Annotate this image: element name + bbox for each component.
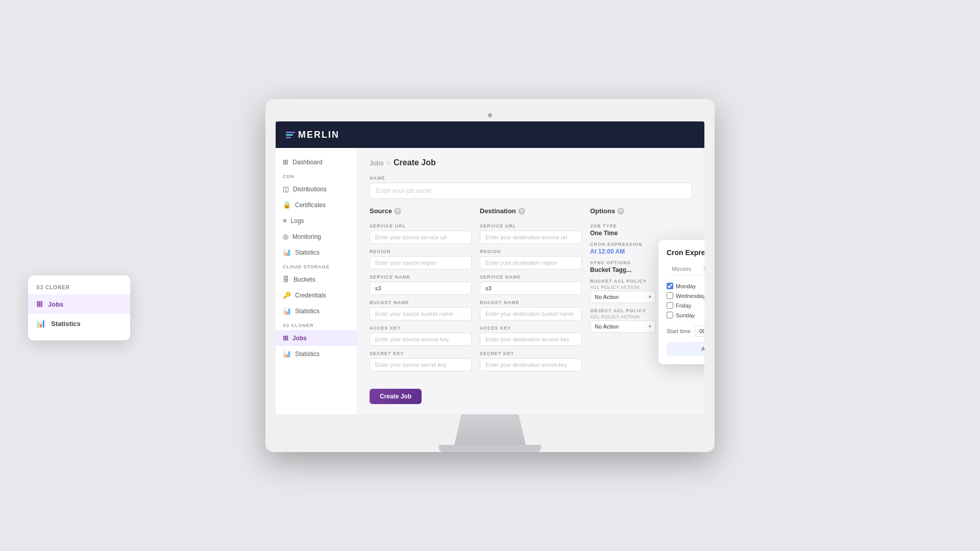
source-help-icon[interactable]: ?: [394, 208, 401, 215]
checkbox-sunday[interactable]: [667, 312, 673, 318]
source-service-name-input[interactable]: [370, 282, 472, 295]
checkbox-monday[interactable]: [667, 283, 673, 289]
sidebar-section-s3cloner: S3 CLONER: [276, 319, 357, 330]
day-friday[interactable]: Friday: [667, 302, 704, 309]
dest-service-name-group: SERVICE NAME: [480, 274, 582, 295]
options-title: Options: [590, 207, 615, 215]
sidebar-item-logs[interactable]: ≡ Logs: [276, 213, 357, 229]
cron-modal-header: Cron Expression ×: [667, 248, 704, 257]
sidebar-item-statistics-s3[interactable]: 📊 Statistics: [276, 346, 357, 362]
sidebar-item-statistics-cdn[interactable]: 📊 Statistics: [276, 244, 357, 260]
source-header: Source ?: [370, 207, 472, 218]
submenu-item-statistics[interactable]: 📊 Statistics: [28, 314, 130, 333]
three-col-layout: Source ? SERVICE URL REGION SERVICE: [370, 207, 692, 377]
breadcrumb-parent[interactable]: Jobs: [370, 159, 383, 167]
submenu-jobs-icon: ⊞: [36, 299, 43, 309]
logo-text: MERLIN: [298, 130, 339, 140]
source-access-key-label: ACCES KEY: [370, 325, 472, 331]
bucket-acl-select[interactable]: No Action Set ACL: [590, 291, 655, 303]
source-service-name-label: SERVICE NAME: [370, 274, 472, 280]
object-acl-select[interactable]: No Action Set ACL: [590, 320, 655, 333]
sidebar-item-label: Credentials: [295, 292, 326, 299]
tab-minutes[interactable]: Minutes: [667, 263, 697, 276]
day-monday[interactable]: Monday: [667, 283, 704, 289]
tab-hourly[interactable]: Hourly: [699, 263, 704, 276]
source-region-label: REGION: [370, 249, 472, 254]
checkbox-friday[interactable]: [667, 302, 673, 309]
dest-secret-key-group: SECRET KEY: [480, 351, 582, 371]
source-region-group: REGION: [370, 249, 472, 269]
sidebar-item-credentials[interactable]: 🔑 Credentials: [276, 287, 357, 303]
distributions-icon: ◫: [283, 185, 289, 193]
credentials-icon: 🔑: [283, 291, 291, 299]
s3-cloner-submenu: S3 CLONER ⊞ Jobs 📊 Statistics: [28, 276, 130, 340]
submenu-statistics-icon: 📊: [36, 319, 46, 328]
sidebar-item-certificates[interactable]: 🔒 Certificates: [276, 197, 357, 213]
job-type-value: One Time: [590, 230, 692, 237]
source-secret-key-label: SECRET KEY: [370, 351, 472, 356]
dest-bucket-name-label: BUCKET NAME: [480, 300, 582, 305]
monitor-stand: [454, 414, 526, 445]
object-acl-action-label: ACL POLICY ACTION: [590, 314, 669, 319]
sidebar-item-jobs[interactable]: ⊞ Jobs: [276, 330, 357, 346]
submenu-statistics-label: Statistics: [51, 320, 81, 328]
breadcrumb: Jobs > Create Job: [370, 158, 692, 167]
dest-service-url-label: SERVICE URL: [480, 223, 582, 229]
sidebar-item-label: Logs: [291, 217, 304, 224]
job-type-label: JOB TYPE: [590, 223, 692, 229]
job-type-group: JOB TYPE One Time: [590, 223, 692, 237]
dest-service-name-input[interactable]: [480, 282, 582, 295]
source-region-input[interactable]: [370, 256, 472, 269]
source-access-key-group: ACCES KEY: [370, 325, 472, 346]
dest-service-url-group: SERVICE URL: [480, 223, 582, 244]
sidebar-item-label: Dashboard: [292, 159, 323, 166]
logo-icon: [286, 132, 295, 138]
dest-service-name-label: SERVICE NAME: [480, 274, 582, 280]
source-secret-key-input[interactable]: [370, 358, 472, 371]
source-bucket-name-input[interactable]: [370, 307, 472, 320]
sidebar-item-buckets[interactable]: 🗄 Buckets: [276, 271, 357, 287]
dest-service-url-input[interactable]: [480, 231, 582, 244]
source-bucket-name-group: BUCKET NAME: [370, 300, 472, 320]
cron-summary: At 12:00 AM, only on Monday and Saturday: [667, 342, 704, 356]
breadcrumb-separator: >: [386, 159, 390, 167]
submenu-section-label: S3 CLONER: [28, 283, 130, 294]
dest-region-input[interactable]: [480, 256, 582, 269]
name-input[interactable]: [370, 183, 692, 199]
day-wednesday[interactable]: Wednesday: [667, 292, 704, 299]
sidebar-item-label: Monitoring: [292, 233, 321, 240]
sidebar-item-label: Jobs: [292, 335, 307, 342]
create-job-button[interactable]: Create Job: [370, 389, 422, 404]
monitoring-icon: ◎: [283, 233, 288, 240]
source-service-url-label: SERVICE URL: [370, 223, 472, 229]
submenu-item-jobs[interactable]: ⊞ Jobs: [28, 294, 130, 314]
options-header: Options ?: [590, 207, 692, 218]
sidebar-item-dashboard[interactable]: ⊞ Dashboard: [276, 154, 357, 170]
options-help-icon[interactable]: ?: [617, 208, 624, 215]
dest-access-key-input[interactable]: [480, 333, 582, 346]
day-sunday[interactable]: Sunday: [667, 312, 704, 318]
object-acl-select-wrapper: No Action Set ACL ▼: [590, 320, 655, 333]
statistics-cdn-icon: 📊: [283, 248, 291, 256]
cron-modal: Cron Expression × Minutes Hourly Daily W…: [658, 240, 704, 364]
destination-help-icon[interactable]: ?: [518, 208, 525, 215]
dest-bucket-name-input[interactable]: [480, 307, 582, 320]
cron-modal-title: Cron Expression: [667, 248, 704, 257]
source-service-url-input[interactable]: [370, 231, 472, 244]
top-nav: MERLIN: [276, 121, 704, 148]
certificates-icon: 🔒: [283, 201, 291, 209]
sidebar-item-statistics-cs[interactable]: 📊 Statistics: [276, 303, 357, 319]
source-title: Source: [370, 207, 392, 215]
sidebar-item-distributions[interactable]: ◫ Distributions: [276, 181, 357, 197]
source-section: Source ? SERVICE URL REGION SERVICE: [370, 207, 472, 377]
dest-region-group: REGION: [480, 249, 582, 269]
dest-secret-key-label: SECRET KEY: [480, 351, 582, 356]
source-bucket-name-label: BUCKET NAME: [370, 300, 472, 305]
hour-select[interactable]: 000102: [695, 325, 704, 337]
checkbox-wednesday[interactable]: [667, 292, 673, 299]
sidebar-item-monitoring[interactable]: ◎ Monitoring: [276, 229, 357, 244]
dest-secret-key-input[interactable]: [480, 358, 582, 371]
cron-tabs: Minutes Hourly Daily Weekly Monthly Cust…: [667, 263, 704, 276]
source-access-key-input[interactable]: [370, 333, 472, 346]
source-service-name-group: SERVICE NAME: [370, 274, 472, 295]
